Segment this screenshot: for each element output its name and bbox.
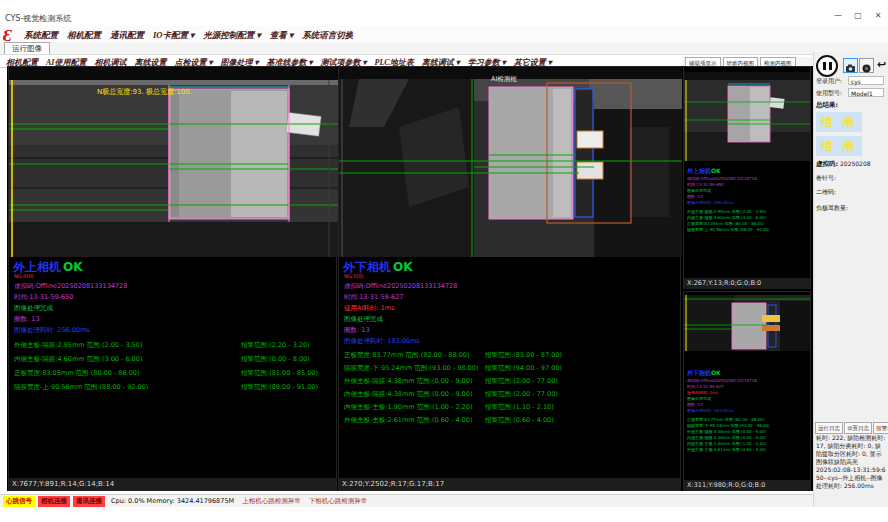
coordinate-readout: X:7677;Y:891;R:14;G:14;B:14	[9, 478, 336, 490]
upper-camera-warning: 上相机心跳检测异常	[242, 497, 301, 506]
mini-done: 图像处理完成	[687, 188, 711, 193]
menu-comm-config[interactable]: 通讯配置	[110, 30, 144, 42]
measurement-row: 内侧主极-主极:1.90mm 范围:(1.00 - 2.20) 报警范围:(1.…	[339, 403, 680, 413]
log-tab-settings[interactable]: 设置日志	[844, 422, 872, 434]
camera-view-button[interactable]	[843, 58, 858, 73]
pause-button[interactable]	[816, 55, 838, 77]
camera-status: OK	[393, 260, 413, 274]
menu-io-config[interactable]: IO卡配置 ▾	[153, 30, 194, 42]
log-tab-alarm[interactable]: 报警日志	[873, 422, 888, 434]
camera-status: OK	[63, 260, 83, 274]
time-line: 时间:13-31-59-627	[344, 293, 403, 302]
comm-conn-badge: 通讯连接	[73, 496, 105, 507]
left-camera-panel: N极总宽度:93. 极总宽度:100. 外上相机OK NG:0(0) 虚拟码:O…	[8, 66, 337, 491]
middle-camera-image[interactable]	[339, 67, 682, 257]
main-area: N极总宽度:93. 极总宽度:100. 外上相机OK NG:0(0) 虚拟码:O…	[7, 66, 813, 491]
measurement-row: 外侧主极-隔膜:4.38mm 范围:(0.00 - 9.00) 报警范围:(2.…	[339, 377, 680, 387]
blue-roi-box-icon	[575, 89, 593, 217]
maximize-button[interactable]: □	[852, 11, 864, 20]
result-badge-lower: 结 果	[816, 136, 862, 156]
pause-icon	[823, 62, 826, 70]
close-button[interactable]: ✕	[872, 11, 884, 20]
login-user-field[interactable]: cys	[848, 76, 884, 85]
model-label: 使用型号:	[816, 89, 842, 98]
record-icon	[861, 63, 872, 74]
measurement-row: 正极宽度:83.05mm 范围:(80.00 - 86.00) 报警范围:(81…	[9, 369, 336, 379]
menu-system-config[interactable]: 系统配置	[24, 30, 58, 42]
process-time-line: 图像处理耗时: 256.00ms	[14, 326, 90, 335]
pause-icon	[829, 62, 832, 70]
ng-count: NG:0(0)	[344, 273, 364, 279]
total-result-label: 总结果:	[816, 101, 838, 110]
mini-camera-title: 外下相机OK	[687, 369, 721, 378]
menu-light-config[interactable]: 光源控制配置 ▾	[203, 30, 260, 42]
coordinate-readout: X:311;Y:980;R:0;G:0;B:0	[684, 480, 810, 491]
mini-bottom-image[interactable]	[684, 295, 810, 351]
mini-barcode: 虚拟码:Offline20250208133134728	[687, 176, 757, 181]
qr-code-label: 二维码:	[816, 188, 836, 197]
middle-camera-panel: AI检测框 外下相机OK NG:0(0) 虚拟码:Offline20250208…	[338, 66, 681, 491]
status-bar: 心跳信号 相机连接 通讯连接 Cpu: 0.0% Memory: 3424.41…	[0, 494, 813, 507]
separator-sheet	[169, 89, 289, 219]
app-window: CYS-视觉检测系统 — □ ✕ Ɛ 系统配置 相机配置 通讯配置 IO卡配置 …	[0, 0, 888, 522]
barcode-line: 虚拟码:Offline20250208133134728	[14, 282, 127, 291]
model-field[interactable]: Model1	[848, 88, 884, 97]
process-done-line: 图像处理完成	[344, 315, 383, 324]
ai-box-label: AI检测框	[491, 75, 517, 84]
camera-icon	[845, 63, 856, 74]
switch-user-button[interactable]: ↩	[874, 58, 888, 73]
mini-proc-time: 图像处理耗时: 256.00ms	[687, 200, 734, 205]
minimize-button[interactable]: —	[832, 11, 844, 20]
camera-conn-badge: 相机连接	[38, 496, 70, 507]
record-view-button[interactable]	[859, 58, 874, 73]
time-line: 时间:13-31-59-650	[14, 293, 73, 302]
log-tab-run[interactable]: 运行日志	[815, 422, 843, 434]
separator-sheet	[489, 87, 573, 219]
title-bar: CYS-视觉检测系统 — □ ✕	[0, 0, 888, 26]
mini-top-image[interactable]	[684, 72, 810, 161]
log-line: 2025:02:08-13:31:59:650--cys--外上相机--图像处理…	[816, 466, 886, 490]
barcode-line: 虚拟码:Offline20250208133134728	[344, 282, 457, 291]
virtual-code-row: 虚拟码: 20250208	[816, 160, 871, 169]
log-tabs: 运行日志 设置日志 报警日志	[815, 422, 888, 434]
login-user-label: 登录用户:	[816, 77, 842, 86]
mini-time: 时间:13-31-59-650	[687, 182, 724, 187]
tab-run-image[interactable]: 运行图像	[4, 42, 50, 54]
measurement-row: 隔膜宽度-下:95.24mm 范围:(93.00 - 98.00) 报警范围:(…	[339, 364, 680, 374]
heartbeat-badge: 心跳信号	[3, 496, 35, 507]
window-controls: — □ ✕	[832, 11, 884, 20]
mini-time: 时间:13-31-59-627	[687, 384, 724, 389]
camera-name: 外下相机	[343, 260, 391, 274]
measurement-row: 外侧主极-主极:2.61mm 范围:(0.60 - 4.00) 报警范围:(0.…	[339, 416, 680, 426]
measurement-row: 内侧主极-隔膜:4.60mm 范围:(3.00 - 6.00) 报警范围:(0.…	[9, 355, 336, 365]
neg-tab-count-label: 负极耳数量:	[816, 204, 848, 213]
coordinate-readout: X:267;Y:13;R:0;G:0;B:0	[684, 278, 810, 289]
mini-turns: 圈数: 13	[687, 194, 703, 199]
log-output[interactable]: 耗时: 222, 缺陷检测耗时: 17, 缺陷分类耗时: 0, 缺陷提取分区耗时…	[816, 434, 886, 490]
mini-turns: 圈数: 13	[687, 402, 703, 407]
mini-barcode: 虚拟码:Offline20250208133134728	[687, 378, 757, 383]
needle-number-label: 卷针号:	[816, 174, 836, 183]
measurement-row: 隔膜宽度-上:90.56mm 范围:(88.00 - 92.00) 报警范围:(…	[9, 383, 336, 393]
process-done-line: 图像处理完成	[14, 304, 53, 313]
side-panel: ↩ 登录用户: cys 使用型号: Model1 总结果: 结 果 结 果 虚拟…	[813, 52, 888, 507]
lower-camera-warning: 下相机心跳检测异常	[309, 497, 368, 506]
virtual-code-value: 20250208	[840, 160, 871, 167]
turns-line: 圈数: 13	[14, 315, 40, 324]
menu-view[interactable]: 查看 ▾	[270, 30, 293, 42]
mini-bottom-panel: 外下相机OK 虚拟码:Offline20250208133134728 时间:1…	[683, 291, 811, 491]
log-line: 耗时: 222, 缺陷检测耗时: 17, 缺陷分类耗时: 0, 缺陷提取分区耗时…	[816, 434, 886, 466]
menu-items: 系统配置 相机配置 通讯配置 IO卡配置 ▾ 光源控制配置 ▾ 查看 ▾ 系统语…	[24, 30, 362, 42]
virtual-code-label: 虚拟码:	[816, 160, 838, 168]
ng-count: NG:0(0)	[14, 273, 34, 279]
menu-language-switch[interactable]: 系统语言切换	[302, 30, 353, 42]
camera-name: 外上相机	[13, 260, 61, 274]
coordinate-readout: X:270;Y:2502;R:17;G:17;B:17	[339, 478, 680, 490]
width-overlay-text: N极总宽度:93. 极总宽度:100.	[97, 87, 192, 97]
menu-camera-config[interactable]: 相机配置	[67, 30, 101, 42]
tab-strip: 运行图像	[0, 42, 888, 54]
measurement-row: 正极宽度:83.77mm 范围:(82.00 - 88.00) 报警范围:(83…	[339, 351, 680, 361]
cpu-memory-text: Cpu: 0.0% Memory: 3424.41796875M	[111, 497, 234, 505]
mini-ai-time: 使用AI耗时: 1ms	[687, 390, 718, 395]
measurement-row: 内侧主极-隔膜:4.38mm 范围:(0.00 - 9.00) 报警范围:(2.…	[339, 390, 680, 400]
